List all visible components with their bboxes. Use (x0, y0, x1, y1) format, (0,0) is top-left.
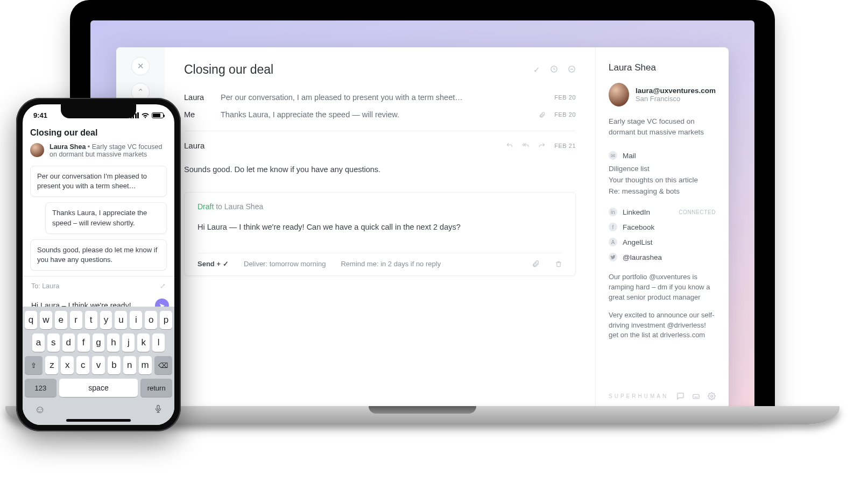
mail-item[interactable]: Diligence list (609, 163, 716, 174)
key-f[interactable]: f (77, 333, 90, 352)
mail-icon: ✉ (609, 151, 617, 160)
message-row[interactable]: Me Thanks Laura, I appreciate the speed … (184, 106, 576, 123)
key-r[interactable]: r (70, 311, 82, 329)
mic-icon[interactable] (154, 403, 163, 416)
laptop-hinge-notch (369, 406, 476, 414)
battery-icon (152, 112, 164, 118)
social-twitter[interactable]: @laurashea (609, 250, 716, 265)
send-button[interactable]: ➤ (155, 299, 169, 307)
thread-actions: ✓ (533, 65, 576, 75)
key-x[interactable]: x (61, 356, 74, 374)
facebook-icon: f (609, 223, 617, 231)
compose-input[interactable]: Hi Laura – I think we're ready! (31, 301, 150, 307)
tweets: Our portfolio @uxventures is ramping har… (609, 272, 716, 340)
message-date: FEB 20 (554, 94, 576, 101)
message-row[interactable]: Laura Per our conversation, I am pleased… (184, 89, 576, 106)
compose-to-row[interactable]: To: Laura ⤢ (23, 276, 174, 295)
thread-title-row: Closing our deal ✓ (184, 62, 576, 77)
app-window: ✕ ⌃ ⌄ Closing our deal ✓ (116, 47, 729, 409)
key-z[interactable]: z (45, 356, 58, 374)
chat-icon[interactable] (676, 392, 684, 400)
thread-title: Closing our deal (184, 62, 273, 77)
emoji-icon[interactable]: ☺ (34, 403, 45, 416)
social-linkedin[interactable]: in LinkedIn CONNECTED (609, 204, 716, 219)
key-y[interactable]: y (100, 311, 112, 329)
key-l[interactable]: l (152, 333, 165, 352)
expand-icon[interactable]: ⤢ (160, 282, 166, 290)
key-numbers[interactable]: 123 (25, 379, 57, 397)
key-e[interactable]: e (55, 311, 67, 329)
snooze-icon[interactable] (550, 65, 558, 75)
expanded-sender: Laura (184, 141, 204, 150)
compose-input-row: Hi Laura – I think we're ready! ➤ (23, 295, 174, 307)
reply-icon[interactable] (506, 142, 513, 150)
contact-header: laura@uxventures.com San Francisco (609, 83, 716, 107)
key-h[interactable]: h (107, 333, 119, 352)
key-o[interactable]: o (145, 311, 157, 329)
key-m[interactable]: m (139, 356, 152, 374)
mail-label: Mail (623, 152, 636, 160)
status-time: 9:41 (33, 111, 47, 119)
linkedin-icon: in (609, 208, 617, 216)
shortcuts-icon[interactable] (692, 392, 700, 400)
message-date: FEB 20 (554, 111, 576, 118)
mail-item[interactable]: Your thoughts on this article (609, 174, 716, 186)
key-u[interactable]: u (115, 311, 127, 329)
key-t[interactable]: t (85, 311, 97, 329)
wifi-icon (141, 112, 150, 118)
trash-icon[interactable] (555, 260, 562, 268)
send-label: Send + (197, 260, 221, 268)
key-w[interactable]: w (40, 311, 52, 329)
contact-location: San Francisco (636, 95, 716, 103)
message-bubble[interactable]: Thanks Laura, I appreciate the speed – w… (45, 202, 167, 233)
key-d[interactable]: d (62, 333, 75, 352)
gear-icon[interactable] (708, 392, 716, 400)
draft-tag: Draft (197, 202, 214, 211)
key-v[interactable]: v (92, 356, 105, 374)
deliver-schedule[interactable]: Deliver: tomorrow morning (244, 260, 326, 268)
brand-mark: SUPERHUMAN (609, 393, 668, 399)
key-space[interactable]: space (59, 379, 138, 397)
done-icon[interactable]: ✓ (533, 65, 540, 75)
reply-all-icon[interactable] (522, 142, 530, 150)
key-shift[interactable]: ⇧ (25, 356, 43, 374)
social-label: AngelList (623, 238, 653, 246)
draft-body[interactable]: Hi Laura — I think we're ready! Can we h… (197, 223, 562, 231)
forward-icon[interactable] (538, 142, 546, 150)
message-bubble[interactable]: Sounds good, please do let me know if yo… (30, 239, 167, 271)
send-button[interactable]: Send + ✓ (197, 260, 229, 268)
key-c[interactable]: c (76, 356, 89, 374)
attachment-icon[interactable] (532, 260, 540, 268)
svg-rect-4 (157, 405, 159, 409)
message-preview: Thanks Laura, I appreciate the speed — w… (221, 110, 539, 119)
social-angellist[interactable]: A AngelList (609, 235, 716, 250)
key-backspace[interactable]: ⌫ (154, 356, 172, 374)
key-j[interactable]: j (122, 333, 135, 352)
key-b[interactable]: b (108, 356, 121, 374)
key-n[interactable]: n (123, 356, 136, 374)
contact-email[interactable]: laura@uxventures.com (636, 87, 716, 95)
expanded-body: Sounds good. Do let me know if you have … (184, 165, 576, 174)
key-g[interactable]: g (93, 333, 105, 352)
message-bubble[interactable]: Per our conversation I'm pleased to pres… (30, 166, 167, 197)
key-i[interactable]: i (130, 311, 142, 329)
remind-schedule[interactable]: Remind me: in 2 days if no reply (341, 260, 441, 268)
expanded-header: Laura FEB (184, 141, 576, 150)
key-a[interactable]: a (32, 333, 45, 352)
home-indicator[interactable] (66, 419, 131, 422)
close-button[interactable]: ✕ (131, 57, 150, 75)
social-facebook[interactable]: f Facebook (609, 219, 716, 235)
unsubscribe-icon[interactable] (568, 65, 576, 75)
avatar (30, 143, 44, 157)
social-label: Facebook (623, 223, 654, 231)
key-return[interactable]: return (140, 379, 172, 397)
message-sender: Laura (184, 93, 221, 102)
avatar (609, 83, 629, 107)
key-p[interactable]: p (160, 311, 172, 329)
key-q[interactable]: q (25, 311, 37, 329)
chevron-up-icon: ⌃ (137, 87, 144, 97)
mail-item[interactable]: Re: messaging & bots (609, 186, 716, 197)
key-s[interactable]: s (47, 333, 60, 352)
key-k[interactable]: k (137, 333, 150, 352)
phone-device: 9:41 Closing our deal Laura Shea • Early… (16, 98, 181, 431)
